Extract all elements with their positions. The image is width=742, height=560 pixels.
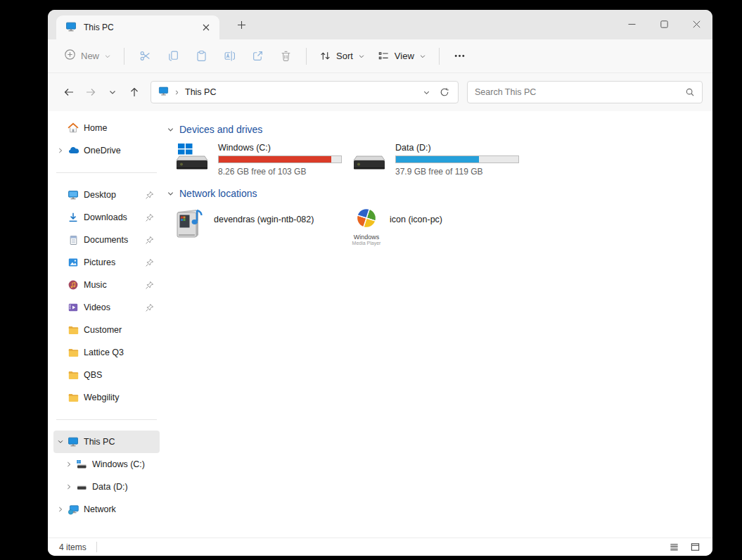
chevron-down-icon (419, 53, 426, 60)
drive-icon (75, 481, 88, 492)
status-divider (96, 542, 97, 552)
address-bar[interactable]: This PC (151, 81, 459, 103)
copy-button[interactable] (159, 44, 187, 69)
sort-icon (319, 50, 331, 62)
minimize-icon[interactable] (615, 10, 648, 38)
view-icon (378, 50, 390, 62)
sidebar-item-music[interactable]: Music (53, 274, 160, 296)
ellipsis-icon (454, 50, 466, 62)
drive-name: Windows (C:) (218, 143, 342, 153)
pin-icon (145, 236, 155, 245)
section-header-devices[interactable]: Devices and drives (167, 124, 712, 135)
details-view-icon[interactable] (666, 540, 682, 554)
new-button-label: New (81, 51, 99, 61)
navigation-pane: Home OneDrive De (48, 111, 162, 537)
back-icon[interactable] (58, 82, 79, 103)
address-dropdown-icon[interactable] (423, 89, 430, 96)
expand-chevron-icon[interactable] (55, 147, 66, 154)
desktop-icon (67, 189, 79, 201)
large-thumbnails-view-icon[interactable] (687, 540, 703, 554)
this-pc-monitor-icon (65, 21, 77, 34)
share-icon (252, 50, 264, 62)
paste-button[interactable] (187, 44, 215, 69)
new-button[interactable]: New (58, 44, 117, 69)
close-icon[interactable] (680, 10, 712, 38)
toolbar-divider (439, 48, 440, 65)
rename-button[interactable] (215, 44, 243, 69)
sort-button-label: Sort (336, 51, 353, 61)
toolbar-divider (306, 48, 307, 65)
copy-icon (167, 50, 179, 62)
desktop-background: This PC (0, 0, 742, 560)
home-icon (67, 122, 79, 134)
cut-button[interactable] (131, 44, 159, 69)
wmp-caption-line2: Media Player (352, 241, 381, 246)
network-row: devendras (wgin-ntb-082) Windows Media P… (174, 206, 712, 246)
tab-bar: This PC (48, 10, 712, 39)
disk-usage-fill (219, 156, 331, 163)
network-tile-devendras[interactable]: devendras (wgin-ntb-082) (174, 206, 351, 246)
this-pc-monitor-icon (67, 436, 79, 447)
windows-media-player-icon (354, 206, 378, 233)
sidebar-item-desktop[interactable]: Desktop (53, 184, 160, 206)
sidebar-divider (56, 419, 157, 420)
sort-button[interactable]: Sort (313, 44, 371, 69)
sidebar-item-lattice-q3[interactable]: Lattice Q3 (53, 341, 160, 364)
sidebar-item-videos[interactable]: Videos (53, 296, 160, 319)
disk-usage-fill (396, 156, 479, 163)
window-controls (615, 10, 712, 38)
tab-this-pc[interactable]: This PC (56, 15, 219, 39)
main-area: Home OneDrive De (48, 111, 712, 537)
music-icon (67, 279, 79, 291)
up-icon[interactable] (123, 82, 145, 103)
drive-tile-windows-c[interactable]: Windows (C:) 8.26 GB free of 103 GB (174, 142, 351, 177)
sidebar-item-data-d[interactable]: Data (D:) (62, 476, 160, 498)
paste-icon (196, 50, 207, 62)
refresh-icon[interactable] (435, 83, 454, 101)
sidebar-item-customer[interactable]: Customer (53, 319, 160, 341)
sidebar-item-qbs[interactable]: QBS (53, 364, 160, 386)
rename-icon (224, 50, 236, 62)
drive-tile-data-d[interactable]: Data (D:) 37.9 GB free of 119 GB (351, 142, 528, 177)
sidebar-item-this-pc[interactable]: This PC (53, 431, 160, 453)
tab-close-icon[interactable] (197, 18, 215, 37)
sidebar-item-pictures[interactable]: Pictures (53, 251, 160, 274)
section-header-network[interactable]: Network locations (167, 188, 712, 199)
see-more-button[interactable] (446, 44, 474, 69)
search-icon[interactable] (685, 87, 695, 97)
folder-icon (67, 347, 79, 358)
folder-icon (67, 369, 79, 381)
collapse-chevron-icon[interactable] (55, 438, 66, 445)
pictures-icon (67, 257, 79, 268)
status-bar: 4 items (48, 537, 712, 556)
breadcrumb[interactable]: This PC (185, 87, 216, 97)
recent-locations-icon[interactable] (101, 82, 123, 103)
expand-chevron-icon[interactable] (55, 506, 66, 513)
network-tile-icon-pc[interactable]: Windows Media Player icon (icon-pc) (351, 206, 528, 246)
share-button[interactable] (243, 44, 271, 69)
pin-icon (145, 281, 155, 290)
onedrive-cloud-icon (67, 145, 79, 157)
sidebar-item-home[interactable]: Home (53, 117, 160, 139)
forward-icon[interactable] (79, 82, 101, 103)
sidebar-item-network[interactable]: Network (53, 498, 160, 521)
section-title: Devices and drives (179, 124, 262, 135)
new-tab-button[interactable] (232, 15, 250, 34)
search-input[interactable] (475, 87, 685, 97)
disk-usage-bar (395, 155, 519, 163)
sidebar-item-webgility[interactable]: Webgility (53, 386, 160, 409)
sidebar-item-downloads[interactable]: Downloads (53, 206, 160, 229)
expand-chevron-icon[interactable] (63, 483, 75, 490)
toolbar-divider (124, 48, 124, 65)
sidebar-item-windows-c[interactable]: Windows (C:) (62, 453, 160, 476)
pin-icon (145, 303, 155, 312)
plus-circle-icon (64, 49, 76, 63)
search-box (467, 81, 703, 103)
expand-chevron-icon[interactable] (63, 461, 75, 468)
sidebar-item-documents[interactable]: Documents (53, 229, 160, 251)
file-explorer-window: This PC (48, 10, 712, 556)
delete-button[interactable] (271, 44, 300, 69)
view-button[interactable]: View (371, 44, 433, 69)
sidebar-item-onedrive[interactable]: OneDrive (53, 139, 160, 162)
maximize-icon[interactable] (648, 10, 680, 38)
